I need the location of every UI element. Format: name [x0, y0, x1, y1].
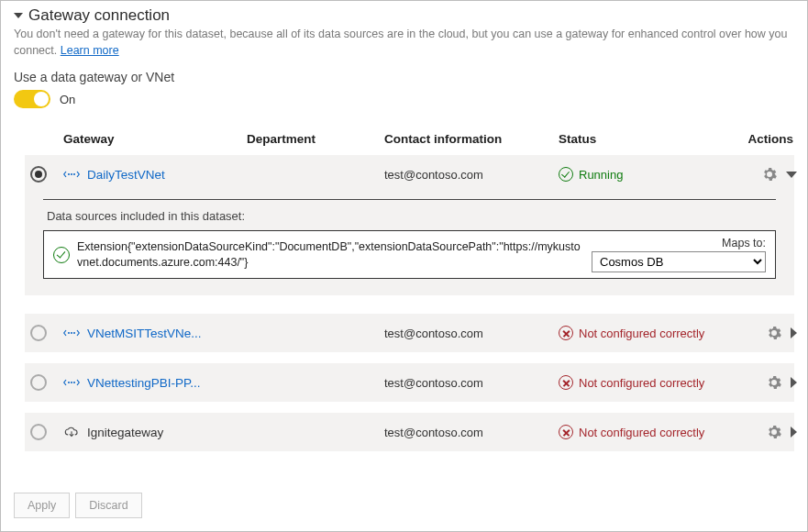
gear-icon[interactable]	[767, 425, 781, 439]
status-error-icon	[559, 425, 573, 439]
use-gateway-label: Use a data gateway or VNet	[14, 70, 794, 84]
gateway-table: Gateway Department Contact information S…	[25, 125, 794, 451]
section-header[interactable]: Gateway connection	[14, 6, 794, 25]
svg-point-3	[68, 332, 70, 334]
gateway-contact: test@contoso.com	[384, 426, 559, 439]
discard-button[interactable]: Discard	[75, 493, 141, 518]
datasource-box: Extension{"extensionDataSourceKind":"Doc…	[43, 230, 776, 279]
gateway-status: Not configured correctly	[559, 326, 742, 340]
col-gateway: Gateway	[63, 132, 247, 146]
datasource-heading: Data sources included in this dataset:	[47, 209, 776, 223]
gateway-row[interactable]: Ignitegateway test@contoso.com Not confi…	[25, 413, 794, 451]
gateway-toggle-state: On	[60, 93, 75, 106]
gear-icon[interactable]	[767, 375, 781, 390]
svg-point-6	[68, 382, 70, 383]
table-header: Gateway Department Contact information S…	[25, 125, 794, 155]
gateway-status: Not configured correctly	[559, 425, 742, 439]
svg-point-7	[71, 382, 72, 383]
gateway-radio[interactable]	[30, 374, 47, 391]
gateway-name[interactable]: VNettestingPBI-PP...	[87, 376, 201, 390]
collapse-caret-icon[interactable]	[14, 13, 23, 18]
learn-more-link[interactable]: Learn more	[61, 44, 119, 57]
gateway-status: Not configured correctly	[559, 375, 742, 390]
cloud-gateway-icon	[63, 426, 80, 438]
datasource-panel: Data sources included in this dataset: E…	[25, 194, 794, 295]
svg-point-0	[68, 173, 70, 175]
status-error-icon	[559, 375, 573, 390]
section-description: You don't need a gateway for this datase…	[14, 27, 794, 59]
gateway-radio[interactable]	[30, 424, 47, 440]
gateway-row[interactable]: VNettestingPBI-PP... test@contoso.com No…	[25, 363, 794, 402]
svg-point-4	[71, 332, 72, 334]
gateway-row[interactable]: DailyTestVNet test@contoso.com Running	[25, 155, 794, 194]
col-department: Department	[247, 132, 384, 146]
gateway-toggle[interactable]	[14, 90, 50, 108]
status-ok-icon	[559, 167, 573, 182]
chevron-right-icon[interactable]	[791, 377, 797, 388]
gateway-contact: test@contoso.com	[384, 168, 559, 182]
gear-icon[interactable]	[762, 167, 777, 182]
gateway-name[interactable]: Ignitegateway	[87, 426, 163, 439]
gateway-name[interactable]: DailyTestVNet	[87, 168, 165, 182]
col-status: Status	[559, 132, 742, 146]
status-error-icon	[559, 326, 573, 340]
gateway-row[interactable]: VNetMSITTestVNe... test@contoso.com Not …	[25, 314, 794, 352]
section-title: Gateway connection	[28, 6, 170, 25]
col-actions: Actions	[742, 132, 797, 146]
col-contact: Contact information	[384, 132, 559, 146]
gateway-connection-panel: Gateway connection You don't need a gate…	[0, 0, 808, 532]
chevron-down-icon[interactable]	[786, 172, 797, 178]
vnet-icon	[63, 168, 80, 181]
gateway-radio[interactable]	[30, 166, 47, 183]
gear-icon[interactable]	[767, 326, 781, 340]
svg-point-8	[73, 382, 75, 383]
svg-point-5	[73, 332, 75, 334]
svg-point-2	[73, 173, 75, 175]
chevron-right-icon[interactable]	[791, 427, 797, 438]
chevron-right-icon[interactable]	[791, 327, 797, 338]
svg-point-1	[71, 173, 72, 175]
maps-to-select[interactable]: Cosmos DB	[592, 251, 766, 272]
gateway-contact: test@contoso.com	[384, 327, 559, 340]
gateway-status: Running	[559, 167, 742, 182]
gateway-contact: test@contoso.com	[384, 376, 559, 390]
status-ok-icon	[53, 247, 70, 263]
apply-button[interactable]: Apply	[14, 493, 70, 518]
vnet-icon	[63, 376, 80, 389]
vnet-icon	[63, 327, 80, 339]
gateway-name[interactable]: VNetMSITTestVNe...	[87, 327, 202, 340]
datasource-text: Extension{"extensionDataSourceKind":"Doc…	[77, 239, 584, 271]
maps-to-label: Maps to:	[592, 237, 766, 249]
gateway-radio[interactable]	[30, 325, 47, 341]
